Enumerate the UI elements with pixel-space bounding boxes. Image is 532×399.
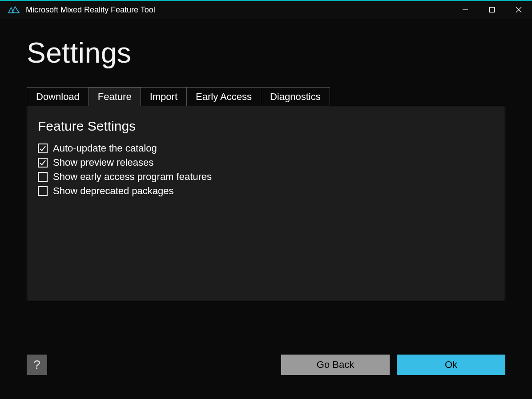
page-title: Settings (27, 36, 505, 69)
footer: ? Go Back Ok (27, 355, 505, 375)
window-controls (452, 1, 532, 19)
option-auto-update[interactable]: Auto-update the catalog (38, 143, 494, 154)
panel-heading: Feature Settings (38, 119, 494, 134)
tab-diagnostics[interactable]: Diagnostics (261, 87, 330, 106)
settings-panel: Feature Settings Auto-update the catalog… (27, 106, 505, 301)
option-show-early-access[interactable]: Show early access program features (38, 171, 494, 183)
checkbox-icon (38, 186, 48, 196)
minimize-button[interactable] (452, 1, 479, 19)
content: Settings Download Feature Import Early A… (0, 19, 532, 301)
tabs: Download Feature Import Early Access Dia… (27, 87, 505, 106)
tab-download[interactable]: Download (27, 87, 89, 106)
help-button[interactable]: ? (27, 355, 47, 375)
maximize-button[interactable] (479, 1, 505, 19)
option-show-deprecated[interactable]: Show deprecated packages (38, 185, 494, 197)
window-title: Microsoft Mixed Reality Feature Tool (26, 5, 452, 15)
tab-early-access[interactable]: Early Access (186, 87, 261, 106)
checkbox-icon (38, 158, 48, 168)
option-show-preview[interactable]: Show preview releases (38, 157, 494, 168)
app-icon (8, 6, 20, 14)
option-label: Show deprecated packages (53, 185, 174, 197)
checkbox-icon (38, 144, 48, 153)
titlebar: Microsoft Mixed Reality Feature Tool (0, 1, 532, 19)
option-label: Show preview releases (53, 157, 153, 168)
close-button[interactable] (505, 1, 532, 19)
svg-rect-2 (490, 8, 495, 12)
checkbox-icon (38, 172, 48, 182)
go-back-button[interactable]: Go Back (281, 355, 390, 375)
tab-feature[interactable]: Feature (89, 87, 141, 106)
tab-import[interactable]: Import (141, 87, 187, 106)
option-label: Show early access program features (53, 171, 212, 183)
option-label: Auto-update the catalog (53, 143, 157, 154)
ok-button[interactable]: Ok (397, 355, 505, 375)
